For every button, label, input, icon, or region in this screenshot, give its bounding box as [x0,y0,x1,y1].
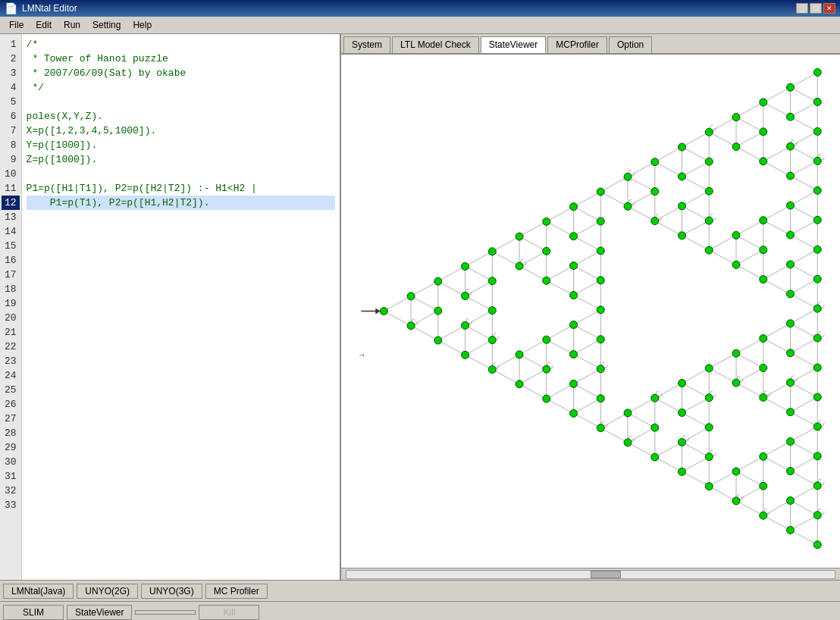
btn-stateviewer[interactable]: StateViewer [67,605,132,620]
line-number-25: 25 [2,383,20,397]
state-canvas [341,55,840,568]
code-line-17 [27,268,335,282]
minimize-button[interactable]: _ [796,3,808,14]
line-number-27: 27 [2,412,20,426]
code-line-26 [27,397,335,412]
code-line-31 [27,469,335,484]
btn-lmntal-java[interactable]: LMNtal(Java) [3,584,74,599]
code-line-19 [27,296,335,311]
code-line-4: */ [27,80,335,95]
line-number-3: 3 [2,66,20,80]
menu-setting[interactable]: Setting [86,18,127,32]
code-line-27 [27,412,335,426]
code-line-9: Z=p([1000]). [27,152,335,167]
code-line-28 [27,426,335,440]
code-line-21 [27,325,335,340]
code-line-32 [27,484,335,498]
code-line-14 [27,224,335,239]
code-line-6: poles(X,Y,Z). [27,109,335,124]
code-line-30 [27,455,335,469]
line-number-7: 7 [2,124,20,138]
line-number-9: 9 [2,152,20,167]
close-button[interactable]: ✕ [823,3,835,14]
line-number-29: 29 [2,440,20,455]
tab-stateviewer[interactable]: StateViewer [481,36,546,53]
line-number-4: 4 [2,80,20,95]
code-line-33 [27,498,335,512]
code-line-29 [27,440,335,455]
code-line-1: /* [27,37,335,52]
tab-ltl-model-check[interactable]: LTL Model Check [392,36,479,53]
line-number-20: 20 [2,311,20,325]
tab-option[interactable]: Option [609,36,652,53]
line-numbers: 1234567891011121314151617181920212223242… [0,34,22,580]
scrollbar-thumb[interactable] [591,571,621,578]
tab-mcprofiler[interactable]: MCProfiler [547,36,607,53]
tab-system[interactable]: System [343,36,390,53]
line-number-16: 16 [2,253,20,268]
btn-kill[interactable]: Kill [199,605,259,620]
line-number-23: 23 [2,354,20,368]
code-content[interactable]: /* * Tower of Hanoi puzzle * 2007/06/09(… [22,34,340,580]
line-number-28: 28 [2,426,20,440]
code-line-2: * Tower of Hanoi puzzle [27,52,335,66]
code-line-12: P1=p(T1), P2=p([H1,H2|T2]). [27,196,335,210]
main-container: 1234567891011121314151617181920212223242… [0,34,840,580]
right-panel: SystemLTL Model CheckStateViewerMCProfil… [341,34,840,580]
code-line-8: Y=p([1000]). [27,138,335,152]
code-line-7: X=p([1,2,3,4,5,1000]). [27,124,335,138]
line-number-13: 13 [2,210,20,224]
line-number-1: 1 [2,37,20,52]
code-line-24 [27,368,335,383]
editor-panel: 1234567891011121314151617181920212223242… [0,34,341,580]
code-line-23 [27,354,335,368]
app-icon: 📄 [5,2,17,14]
scrollbar-area [341,568,840,580]
line-number-33: 33 [2,498,20,512]
scrollbar-track[interactable] [346,570,835,579]
code-line-18 [27,282,335,296]
maximize-button[interactable]: □ [810,3,822,14]
line-number-32: 32 [2,484,20,498]
line-number-11: 11 [2,181,20,196]
line-number-17: 17 [2,268,20,282]
line-number-18: 18 [2,282,20,296]
code-line-16 [27,253,335,268]
line-number-12: 12 [2,196,20,210]
line-number-6: 6 [2,109,20,124]
btn-unyo-2g[interactable]: UNYO(2G) [77,584,138,599]
line-number-5: 5 [2,95,20,109]
menu-file[interactable]: File [3,18,30,32]
code-line-13 [27,210,335,224]
line-number-22: 22 [2,340,20,354]
state-viewer[interactable]: → [341,55,840,568]
line-number-26: 26 [2,397,20,412]
btn-empty [135,610,196,615]
code-line-11: P1=p([H1|T1]), P2=p([H2|T2]) :- H1<H2 | [27,181,335,196]
btn-slim[interactable]: SLIM [3,605,64,620]
code-line-22 [27,340,335,354]
menu-help[interactable]: Help [127,18,158,32]
line-number-21: 21 [2,325,20,340]
code-line-5 [27,95,335,109]
code-line-10 [27,167,335,181]
line-number-10: 10 [2,167,20,181]
btn-unyo-3g[interactable]: UNYO(3G) [141,584,202,599]
line-number-8: 8 [2,138,20,152]
code-line-25 [27,383,335,397]
line-number-24: 24 [2,368,20,383]
bottom-toolbar2: SLIM StateViewer Kill [0,601,840,620]
code-area[interactable]: 1234567891011121314151617181920212223242… [0,34,340,580]
btn-mc-profiler[interactable]: MC Profiler [205,584,268,599]
menu-edit[interactable]: Edit [30,18,58,32]
code-line-3: * 2007/06/09(Sat) by okabe [27,66,335,80]
code-line-15 [27,239,335,253]
app-title: LMNtal Editor [22,3,796,14]
line-number-31: 31 [2,469,20,484]
line-number-2: 2 [2,52,20,66]
line-number-30: 30 [2,455,20,469]
line-number-19: 19 [2,296,20,311]
titlebar: 📄 LMNtal Editor _ □ ✕ [0,0,840,17]
menu-run[interactable]: Run [58,18,86,32]
bottom-toolbar: LMNtal(Java) UNYO(2G) UNYO(3G) MC Profil… [0,580,840,601]
